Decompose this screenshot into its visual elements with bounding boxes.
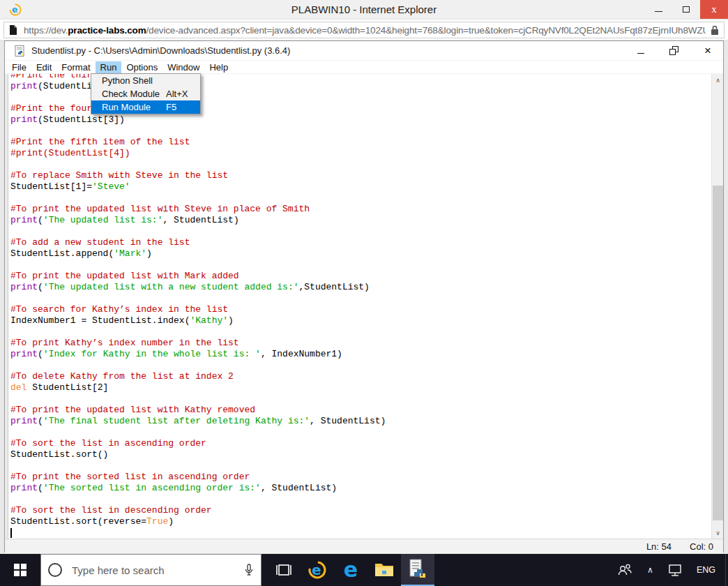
microphone-icon[interactable] — [244, 563, 254, 577]
code-line — [10, 494, 709, 505]
idle-restore-button[interactable] — [669, 45, 680, 57]
taskbar-python-idle[interactable] — [401, 554, 434, 586]
code-line: print('The updated list with a new stude… — [10, 282, 709, 293]
people-icon[interactable] — [616, 563, 633, 577]
code-line: #To sort the list in ascending order — [10, 438, 709, 449]
code-line — [10, 427, 709, 438]
scroll-up-arrow-icon[interactable]: ∧ — [712, 74, 723, 86]
language-indicator[interactable]: ENG — [697, 565, 715, 575]
ie-logo-icon: e — [8, 3, 22, 17]
code-line: print('The sorted list in ascending orde… — [10, 483, 709, 494]
code-line: #To add a new student in the list — [10, 237, 709, 248]
idle-titlebar: Studentlist.py - C:\Users\Admin\Download… — [5, 41, 723, 61]
code-line: #To print the updated list with Mark add… — [10, 271, 709, 282]
status-line: Ln: 54 — [646, 541, 672, 552]
code-line — [10, 393, 709, 405]
screen: e PLABWIN10 - Internet Explorer x https:… — [0, 0, 728, 586]
code-line: StudentList.append('Mark') — [10, 248, 709, 260]
taskbar-internet-explorer[interactable]: e — [301, 554, 334, 586]
show-desktop-button[interactable] — [725, 554, 728, 586]
network-icon[interactable] — [667, 563, 683, 577]
menu-item-window[interactable]: Window — [162, 61, 204, 73]
browser-window-title: PLABWIN10 - Internet Explorer — [0, 3, 728, 15]
taskbar-file-explorer[interactable] — [367, 554, 401, 586]
code-line — [10, 527, 709, 539]
windows-logo-icon — [14, 564, 26, 576]
code-line: print('Index for Kathy in the whole list… — [10, 349, 709, 360]
run-menu-item-check-module[interactable]: Check ModuleAlt+X — [91, 87, 200, 100]
idle-minimize-button[interactable] — [635, 45, 646, 57]
menu-item-help[interactable]: Help — [204, 61, 233, 73]
menu-item-edit[interactable]: Edit — [31, 61, 56, 73]
scroll-down-arrow-icon[interactable]: ∨ — [712, 527, 723, 539]
code-line: #To print Kathy’s index number in the li… — [10, 338, 709, 349]
menu-item-format[interactable]: Format — [56, 61, 95, 73]
svg-text:e: e — [12, 4, 17, 15]
taskbar: Type here to search e e — [0, 554, 728, 586]
code-line: #To print the sorted list in ascending o… — [10, 472, 709, 483]
code-line — [10, 326, 709, 338]
start-button[interactable] — [0, 554, 40, 586]
code-line: print('The updated list is:', StudentLis… — [10, 215, 709, 226]
run-menu-item-python-shell[interactable]: Python Shell — [91, 74, 200, 87]
menu-item-label: Run Module — [102, 102, 166, 112]
code-line: #To print the updated list with Steve in… — [10, 204, 709, 215]
code-line — [10, 159, 709, 170]
code-line: del StudentList[2] — [10, 382, 709, 393]
search-placeholder: Type here to search — [72, 564, 244, 576]
menu-item-label: Python Shell — [102, 75, 166, 86]
internet-explorer-icon: e — [307, 559, 328, 580]
page-icon — [8, 24, 18, 36]
taskbar-edge[interactable]: e — [334, 554, 367, 586]
browser-titlebar: e PLABWIN10 - Internet Explorer x — [0, 0, 728, 20]
task-view-button[interactable] — [267, 554, 301, 586]
idle-close-button[interactable]: × — [702, 45, 713, 57]
menu-item-run[interactable]: Run — [96, 61, 122, 73]
browser-minimize-button[interactable] — [644, 0, 672, 19]
code-line — [10, 360, 709, 371]
menu-item-shortcut: F5 — [166, 102, 176, 112]
code-line: StudentList.sort(reverse=True) — [10, 516, 709, 527]
code-line: #To sort the list in descending order — [10, 505, 709, 516]
idle-window-title: Studentlist.py - C:\Users\Admin\Download… — [31, 45, 290, 56]
menu-item-label: Check Module — [102, 89, 166, 99]
show-hidden-icons-chevron[interactable]: ∧ — [647, 565, 653, 575]
task-view-icon — [275, 563, 293, 577]
menu-item-options[interactable]: Options — [121, 61, 162, 73]
browser-maximize-button[interactable] — [672, 0, 700, 19]
browser-close-button[interactable]: x — [700, 0, 728, 19]
code-line — [10, 460, 709, 472]
code-line — [10, 226, 709, 237]
idle-window: Studentlist.py - C:\Users\Admin\Download… — [4, 40, 724, 553]
code-line — [10, 293, 709, 304]
menu-item-file[interactable]: File — [7, 61, 31, 73]
edge-icon: e — [344, 559, 358, 580]
run-dropdown-menu: Python ShellCheck ModuleAlt+XRun ModuleF… — [91, 73, 201, 114]
run-menu-item-run-module[interactable]: Run ModuleF5 — [91, 100, 200, 114]
taskbar-search[interactable]: Type here to search — [40, 554, 261, 586]
url-text: https://dev.practice-labs.com/device-adv… — [24, 25, 706, 36]
browser-url-row: https://dev.practice-labs.com/device-adv… — [0, 20, 728, 40]
lock-icon — [710, 24, 720, 36]
code-line — [10, 126, 709, 137]
text-cursor — [10, 528, 12, 538]
cortana-icon — [48, 563, 62, 577]
python-file-icon — [15, 45, 26, 57]
code-line — [10, 193, 709, 204]
code-line: print('The final student list after dele… — [10, 416, 709, 427]
code-line: #To search for Kathy’s index in the list — [10, 304, 709, 315]
vertical-scrollbar[interactable]: ∧ ∨ — [711, 74, 723, 539]
menu-item-shortcut: Alt+X — [166, 89, 188, 99]
idle-menubar: FileEditFormatRunOptionsWindowHelp — [5, 61, 723, 74]
code-line: print(StudentList[3]) — [10, 114, 709, 126]
status-col: Col: 0 — [690, 541, 713, 552]
code-line: StudentList[1]='Steve' — [10, 181, 709, 193]
idle-statusbar: Ln: 54 Col: 0 — [5, 539, 723, 553]
code-line: #print(StudentList[4]) — [10, 148, 709, 159]
code-editor[interactable]: #Print the third item of the listprint(S… — [5, 74, 723, 539]
address-bar[interactable]: https://dev.practice-labs.com/device-adv… — [3, 22, 725, 38]
code-text: #Print the third item of the listprint(S… — [10, 74, 709, 539]
python-idle-icon — [409, 559, 427, 580]
scrollbar-thumb[interactable] — [713, 186, 723, 520]
code-line: #To print the updated list with Kathy re… — [10, 405, 709, 416]
